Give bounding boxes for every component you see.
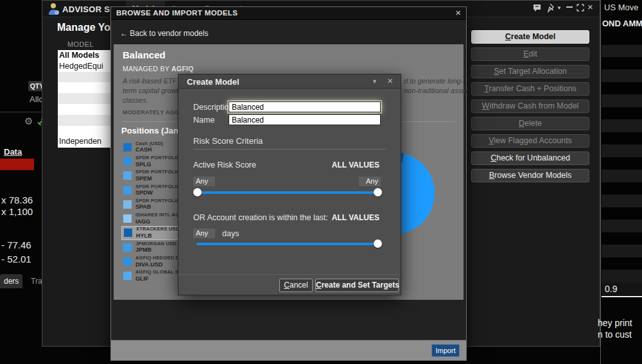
- size-value: x 1,100: [1, 206, 33, 217]
- position-color-swatch: [123, 157, 132, 166]
- vendor-model-name: Balanced: [123, 49, 166, 60]
- all-values-label: ALL VALUES: [332, 160, 379, 169]
- model-list-item[interactable]: [58, 72, 111, 83]
- set-target-allocation-button[interactable]: Set Target Allocation: [471, 65, 589, 78]
- position-row[interactable]: SPDR PORTFOLIO DSPDW: [121, 183, 186, 197]
- back-arrow-icon: ←: [120, 29, 128, 38]
- import-button[interactable]: Import: [431, 344, 460, 357]
- account-creation-label: OR Account creation is within the last:: [193, 213, 328, 222]
- right-window-title: US Move: [604, 3, 638, 12]
- chat-icon[interactable]: [532, 3, 542, 13]
- active-risk-score-label: Active Risk Score: [193, 160, 256, 169]
- change-value: - 77.46: [1, 239, 31, 250]
- divider: [602, 296, 642, 297]
- position-color-swatch: [123, 171, 132, 180]
- transfer-cash-positions-button[interactable]: Transfer Cash + Positions: [471, 82, 589, 96]
- name-label: Name: [193, 116, 214, 125]
- days-input[interactable]: Any: [193, 229, 215, 238]
- right-footer-text: hey print: [598, 318, 632, 328]
- risk-slider-max-handle[interactable]: [374, 188, 382, 196]
- create-and-set-targets-button[interactable]: Create and Set Targets: [315, 279, 399, 292]
- close-icon[interactable]: ×: [387, 75, 393, 86]
- price-value: x 78.36: [1, 195, 33, 205]
- position-row[interactable]: JPMORGAN USD EMJPMB: [121, 240, 186, 254]
- risk-max-input[interactable]: Any: [359, 177, 381, 186]
- days-label: days: [222, 229, 239, 238]
- browse-dialog-titlebar[interactable]: BROWSE AND IMPORT MODELS ×: [111, 7, 466, 20]
- description-label: Description: [193, 103, 234, 112]
- position-row[interactable]: AGFIQ GLOBAL INFRGLIF: [121, 269, 186, 283]
- risk-slider-track[interactable]: [195, 191, 380, 194]
- create-model-button[interactable]: Create Model: [471, 30, 589, 44]
- cancel-button[interactable]: Cancel: [279, 279, 313, 292]
- model-list-item[interactable]: HedgedEqui: [58, 61, 111, 72]
- model-description-right: d to generate long- non-traditional asse…: [404, 76, 467, 96]
- model-list-item[interactable]: Independen: [58, 136, 111, 147]
- gear-icon[interactable]: ⚙: [24, 116, 33, 127]
- description-input[interactable]: [229, 101, 381, 112]
- browse-dialog-title: BROWSE AND IMPORT MODELS: [116, 9, 238, 17]
- collapse-icon[interactable]: ▼: [372, 78, 377, 85]
- right-column-header: OND AMM: [602, 19, 642, 28]
- divider: [0, 112, 42, 112]
- view-flagged-accounts-button[interactable]: View Flagged Accounts: [471, 134, 589, 148]
- position-row[interactable]: Cash (USD)CASH: [121, 140, 186, 154]
- position-color-swatch: [123, 243, 132, 252]
- page-title: Manage Yo: [57, 22, 110, 33]
- restore-icon[interactable]: [577, 4, 584, 12]
- model-list-item[interactable]: [58, 126, 111, 137]
- close-icon[interactable]: ×: [455, 7, 461, 18]
- minimize-icon[interactable]: [566, 6, 573, 8]
- pin-icon[interactable]: [547, 3, 555, 13]
- tab-orders[interactable]: ders: [0, 274, 22, 288]
- name-input[interactable]: [229, 114, 381, 125]
- create-dialog-titlebar[interactable]: Create Model ▼ ×: [178, 74, 401, 89]
- back-to-vendor-models-link[interactable]: ← Back to vendor models: [120, 29, 208, 38]
- browse-dialog-footer: Import: [111, 340, 466, 360]
- risk-min-input[interactable]: Any: [193, 177, 215, 186]
- position-row[interactable]: SPDR PORTFOLIO ESPEM: [121, 169, 186, 183]
- position-color-swatch: [123, 143, 132, 152]
- model-list-item[interactable]: [58, 104, 111, 115]
- right-table-rows: [602, 32, 642, 282]
- days-slider-track[interactable]: [196, 243, 379, 245]
- data-link[interactable]: Data: [4, 147, 22, 157]
- check-for-unbalanced-button[interactable]: Check for Unbalanced: [471, 152, 589, 165]
- model-list-item[interactable]: All Models: [58, 50, 111, 61]
- model-list: All Models HedgedEqui Independen: [58, 50, 111, 148]
- position-color-swatch: [123, 200, 132, 209]
- model-list-item[interactable]: [58, 93, 111, 104]
- position-color-swatch: [123, 272, 132, 280]
- browse-vendor-models-button[interactable]: Browse Vendor Models: [471, 169, 589, 182]
- position-color-swatch: [123, 214, 132, 223]
- position-color-swatch: [124, 229, 132, 237]
- position-color-swatch: [123, 186, 132, 195]
- managed-by-label: MANAGED BY AGFIQ: [123, 65, 194, 73]
- position-color-swatch: [123, 257, 132, 266]
- selected-row-highlight: [0, 159, 34, 170]
- model-list-label: MODEL: [67, 40, 94, 48]
- window-divider: [600, 0, 601, 364]
- change-value: - 52.01: [1, 254, 31, 264]
- position-row[interactable]: ISHARES INTL AGGRIAGG: [121, 211, 186, 225]
- all-values-label: ALL VALUES: [332, 213, 379, 222]
- model-list-item[interactable]: [58, 115, 111, 126]
- position-row[interactable]: SPDR PORTFOLIO ASPAB: [121, 197, 186, 211]
- risk-slider-min-handle[interactable]: [193, 188, 202, 196]
- advisor-person-icon: [48, 2, 60, 16]
- delete-button[interactable]: Delete: [471, 117, 589, 130]
- close-icon[interactable]: ×: [587, 1, 593, 12]
- withdraw-cash-button[interactable]: Withdraw Cash from Model: [471, 100, 589, 113]
- create-dialog-title: Create Model: [187, 77, 239, 87]
- right-footer-text: n to cust: [598, 329, 632, 340]
- edit-button[interactable]: Edit: [471, 48, 589, 61]
- model-list-item[interactable]: [58, 82, 111, 93]
- pin-caret-icon[interactable]: ▼: [557, 5, 562, 11]
- divider: [193, 149, 386, 150]
- position-row[interactable]: AGFIQ HEDGED DIVDIVA.USD: [121, 254, 186, 268]
- position-row[interactable]: SPDR PORTFOLIO SSPLG: [121, 154, 186, 168]
- right-table-value: 0.9: [602, 282, 642, 295]
- days-slider-handle[interactable]: [374, 239, 382, 248]
- positions-list: Cash (USD)CASH SPDR PORTFOLIO SSPLG SPDR…: [121, 140, 186, 283]
- position-row-selected[interactable]: XTRACKERS USD HIHYLB: [121, 226, 186, 240]
